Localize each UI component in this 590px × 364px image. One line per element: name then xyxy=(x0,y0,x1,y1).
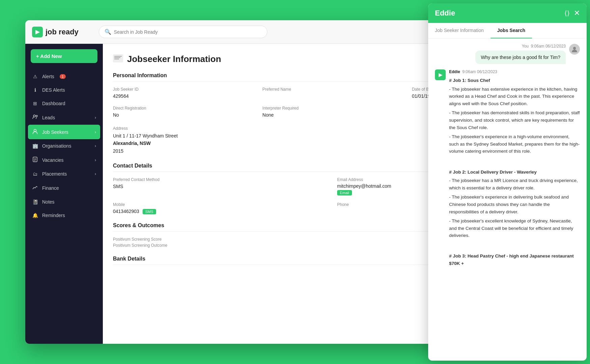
notes-icon: 📓 xyxy=(32,199,38,205)
sidebar-label-leads: Leads xyxy=(42,115,55,120)
sidebar-label-job-seekers: Job Seekers xyxy=(42,129,68,135)
eddie-title: Eddie xyxy=(435,9,455,18)
reminders-icon: 🔔 xyxy=(32,213,38,218)
direct-reg-value: No xyxy=(113,112,119,118)
sidebar-item-vacancies[interactable]: Vacancies › xyxy=(25,153,103,167)
placements-icon: 🗂 xyxy=(32,171,38,177)
sidebar-item-dashboard[interactable]: ⊞ Dashboard xyxy=(25,97,103,110)
interpreter-label: Interpreter Required xyxy=(262,106,405,111)
mobile-number: 0413462903 xyxy=(113,209,139,214)
sidebar-label-organisations: Organisations xyxy=(42,143,71,149)
vacancies-chevron-icon: › xyxy=(95,158,96,162)
eddie-panel: Eddie ⟨⟩ ✕ Job Seeker Information Jobs S… xyxy=(428,3,587,361)
user-message: You 9:06am 06/12/2023 Why are these jobs… xyxy=(435,44,580,64)
sidebar-label-finance: Finance xyxy=(42,185,59,191)
job-seekers-chevron-icon: › xyxy=(95,130,96,134)
eddie-close-icon[interactable]: ✕ xyxy=(574,9,580,18)
jobseeker-id-field: Job Seeker ID 429564 xyxy=(113,87,256,99)
sidebar-item-des-alerts[interactable]: ℹ DES Alerts xyxy=(25,83,103,97)
sidebar-item-reminders[interactable]: 🔔 Reminders xyxy=(25,209,103,222)
eddie-time: 9:06am 06/12/2023 xyxy=(462,69,497,74)
eddie-header: Eddie ⟨⟩ ✕ xyxy=(428,3,587,23)
eddie-tabs: Job Seeker Information Jobs Search xyxy=(428,23,587,38)
logo-text: job ready xyxy=(46,28,79,36)
contact-method-label: Preferred Contact Method xyxy=(113,177,330,182)
sidebar-item-placements[interactable]: 🗂 Placements › xyxy=(25,167,103,181)
svg-point-0 xyxy=(33,115,35,117)
eddie-message: ▶ Eddie 9:06am 06/12/2023 # Job 1: Sous … xyxy=(435,69,580,269)
contact-method-field: Preferred Contact Method SMS xyxy=(113,177,330,195)
placements-chevron-icon: › xyxy=(95,172,96,176)
eddie-sender: Eddie xyxy=(449,69,460,74)
page-title-icon xyxy=(113,54,123,64)
eddie-bubble: # Job 1: Sous Chef- The jobseeker has ex… xyxy=(449,77,580,267)
sidebar-label-dashboard: Dashboard xyxy=(42,101,65,106)
tab-jobs-search[interactable]: Jobs Search xyxy=(491,23,532,38)
user-sender: You xyxy=(522,44,529,49)
logo: ▶ job ready xyxy=(32,27,79,37)
email-badge: Email xyxy=(337,190,352,195)
sidebar-item-finance[interactable]: Finance xyxy=(25,181,103,195)
sidebar-item-notes[interactable]: 📓 Notes xyxy=(25,195,103,209)
user-bubble: Why are these jobs a good fit for Tim? xyxy=(475,51,566,64)
interpreter-field: Interpreter Required None xyxy=(262,106,405,118)
user-message-content: You 9:06am 06/12/2023 Why are these jobs… xyxy=(475,44,566,64)
svg-point-11 xyxy=(573,47,576,50)
organisations-chevron-icon: › xyxy=(95,144,96,148)
svg-point-2 xyxy=(34,129,36,132)
sidebar-label-vacancies: Vacancies xyxy=(42,157,64,163)
job-seekers-icon xyxy=(32,129,38,135)
organisations-icon: 🏢 xyxy=(32,143,38,149)
sidebar-item-organisations[interactable]: 🏢 Organisations › xyxy=(25,139,103,153)
des-alerts-icon: ℹ xyxy=(32,87,38,93)
vacancies-icon xyxy=(32,157,38,163)
search-input[interactable] xyxy=(114,29,262,35)
leads-chevron-icon: › xyxy=(95,115,96,120)
svg-rect-7 xyxy=(113,54,123,62)
jobseeker-id-value: 429564 xyxy=(113,93,129,99)
leads-icon xyxy=(32,114,38,121)
mobile-value: 0413462903 SMS xyxy=(113,209,156,214)
sidebar: + Add New ⚠ Alerts 1 ℹ DES Alerts ⊞ Dash… xyxy=(25,44,103,344)
sidebar-label-alerts: Alerts xyxy=(42,74,54,79)
alerts-badge: 1 xyxy=(60,74,66,79)
eddie-messages: You 9:06am 06/12/2023 Why are these jobs… xyxy=(428,38,587,361)
dashboard-icon: ⊞ xyxy=(32,101,38,106)
user-message-meta: You 9:06am 06/12/2023 xyxy=(475,44,566,49)
sidebar-label-des-alerts: DES Alerts xyxy=(42,87,65,93)
sidebar-item-alerts[interactable]: ⚠ Alerts 1 xyxy=(25,70,103,83)
sidebar-label-placements: Placements xyxy=(42,171,67,177)
user-time: 9:06am 06/12/2023 xyxy=(531,44,566,49)
eddie-code-icon[interactable]: ⟨⟩ xyxy=(564,9,570,17)
tab-job-seeker-info[interactable]: Job Seeker Information xyxy=(428,23,491,38)
eddie-message-content: Eddie 9:06am 06/12/2023 # Job 1: Sous Ch… xyxy=(449,69,580,269)
sidebar-item-leads[interactable]: Leads › xyxy=(25,110,103,125)
user-avatar xyxy=(569,44,580,55)
search-icon: 🔍 xyxy=(105,29,111,35)
mobile-field: Mobile 0413462903 SMS xyxy=(113,202,330,214)
svg-rect-3 xyxy=(33,157,37,162)
eddie-avatar-icon: ▶ xyxy=(435,69,446,80)
sidebar-label-reminders: Reminders xyxy=(42,213,65,218)
interpreter-value: None xyxy=(262,112,273,118)
search-bar[interactable]: 🔍 xyxy=(99,26,267,38)
sidebar-item-job-seekers[interactable]: Job Seekers › xyxy=(28,125,100,139)
svg-point-1 xyxy=(36,115,37,117)
logo-icon: ▶ xyxy=(32,27,43,37)
contact-method-value: SMS xyxy=(113,184,123,189)
direct-reg-label: Direct Registration xyxy=(113,106,256,111)
alert-icon: ⚠ xyxy=(32,74,38,79)
page-title: Jobseeker Information xyxy=(127,54,221,64)
jobseeker-id-label: Job Seeker ID xyxy=(113,87,256,92)
eddie-message-meta: Eddie 9:06am 06/12/2023 xyxy=(449,69,580,74)
add-new-button[interactable]: + Add New xyxy=(31,49,97,63)
sidebar-label-notes: Notes xyxy=(42,199,55,205)
preferred-name-field: Preferred Name xyxy=(262,87,405,99)
finance-icon xyxy=(32,185,38,191)
preferred-name-label: Preferred Name xyxy=(262,87,405,92)
sms-badge: SMS xyxy=(143,209,156,214)
mobile-label: Mobile xyxy=(113,202,330,207)
eddie-controls: ⟨⟩ ✕ xyxy=(564,9,580,18)
direct-reg-field: Direct Registration No xyxy=(113,106,256,118)
